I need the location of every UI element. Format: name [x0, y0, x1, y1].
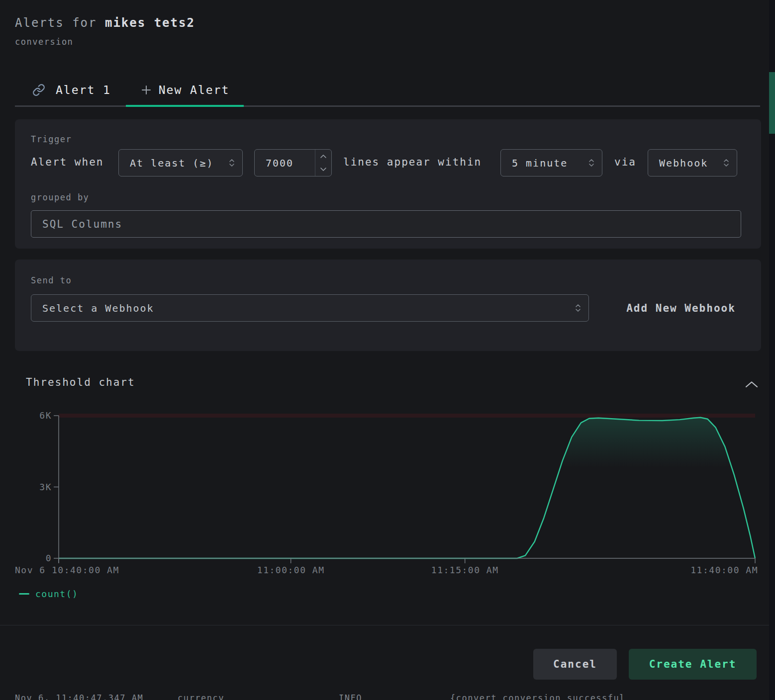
- threshold-number-value: 7000: [255, 157, 315, 169]
- y-tick-label: 0: [46, 553, 52, 563]
- legend-series-label: count(): [35, 589, 78, 599]
- grouped-by-input[interactable]: SQL Columns: [31, 210, 741, 238]
- spinner-down-button[interactable]: [315, 163, 331, 176]
- alert-tabs-bar: Alert 1 New Alert: [15, 75, 760, 107]
- chevron-up-icon: [745, 381, 759, 388]
- tab-new-alert-label: New Alert: [159, 84, 230, 96]
- log-timestamp: Nov 6, 11:40:47.347 AM: [15, 693, 143, 700]
- channel-select-value: Webhook: [648, 157, 723, 169]
- x-tick-label: 11:40:00 AM: [690, 565, 758, 575]
- collapse-section-button[interactable]: [743, 378, 760, 391]
- background-log-row: Nov 6, 11:40:47.347 AM currency INFO {co…: [0, 692, 775, 700]
- log-level: INFO: [339, 693, 362, 700]
- chevron-up-down-icon: [575, 303, 581, 313]
- create-alert-button[interactable]: Create Alert: [629, 649, 757, 680]
- chevron-up-down-icon: [588, 158, 595, 168]
- threshold-chart: 03K6KNov 6 10:40:00 AM11:00:00 AM11:15:0…: [0, 408, 775, 579]
- window-select-value: 5 minute: [501, 157, 588, 169]
- series-area: [59, 418, 755, 558]
- window-select[interactable]: 5 minute: [500, 149, 602, 176]
- comparison-select[interactable]: At least (≥): [118, 149, 243, 176]
- x-tick-label: Nov 6 10:40:00 AM: [15, 565, 119, 575]
- legend-line-swatch: [19, 593, 29, 595]
- grouped-by-placeholder: SQL Columns: [31, 218, 122, 230]
- x-tick-label: 11:15:00 AM: [431, 565, 499, 575]
- page-subtitle: conversion: [15, 37, 73, 47]
- threshold-band: [59, 414, 755, 418]
- x-tick-label: 11:00:00 AM: [257, 565, 325, 575]
- tab-alert-1[interactable]: Alert 1: [15, 75, 111, 105]
- link-icon: [32, 84, 45, 96]
- page-title-prefix: Alerts for: [15, 16, 105, 30]
- page-title: Alerts for mikes tets2: [15, 16, 195, 30]
- send-to-label: Send to: [31, 275, 72, 285]
- webhook-select[interactable]: Select a Webhook: [31, 294, 589, 322]
- tab-alert-1-label: Alert 1: [56, 84, 111, 96]
- add-new-webhook-button[interactable]: Add New Webhook: [605, 294, 757, 322]
- threshold-chart-title: Threshold chart: [26, 376, 135, 388]
- tab-new-alert[interactable]: New Alert: [126, 75, 244, 105]
- lines-within-label: lines appear within: [343, 156, 482, 168]
- dataset-name: mikes tets2: [105, 16, 195, 30]
- plus-icon: [140, 84, 152, 96]
- via-label: via: [614, 156, 636, 168]
- send-to-panel: Send to Select a Webhook Add New Webhook: [15, 260, 761, 351]
- webhook-select-value: Select a Webhook: [31, 302, 575, 314]
- log-message: {convert conversion successful: [450, 693, 625, 700]
- comparison-select-value: At least (≥): [119, 157, 228, 169]
- log-service: currency: [178, 693, 224, 700]
- y-tick-label: 3K: [39, 482, 52, 492]
- trigger-section-label: Trigger: [31, 134, 72, 144]
- threshold-number-input[interactable]: 7000: [254, 149, 332, 176]
- chart-legend: count(): [19, 589, 78, 599]
- alerts-dialog: Alerts for mikes tets2 conversion Alert …: [0, 0, 775, 700]
- threshold-chart-canvas: 03K6KNov 6 10:40:00 AM11:00:00 AM11:15:0…: [0, 408, 775, 579]
- chevron-up-down-icon: [228, 158, 235, 168]
- alert-when-label: Alert when: [31, 156, 103, 168]
- channel-select[interactable]: Webhook: [648, 149, 737, 176]
- footer-divider: [0, 625, 775, 625]
- y-tick-label: 6K: [39, 410, 52, 421]
- cancel-button[interactable]: Cancel: [533, 649, 617, 680]
- grouped-by-label: grouped by: [31, 192, 89, 202]
- chevron-up-down-icon: [723, 158, 730, 168]
- spinner-up-button[interactable]: [315, 150, 331, 163]
- page-behind-modal-accent: [769, 72, 775, 134]
- number-spinner: [315, 150, 331, 176]
- trigger-panel: Trigger Alert when At least (≥) 7000 lin…: [15, 119, 761, 249]
